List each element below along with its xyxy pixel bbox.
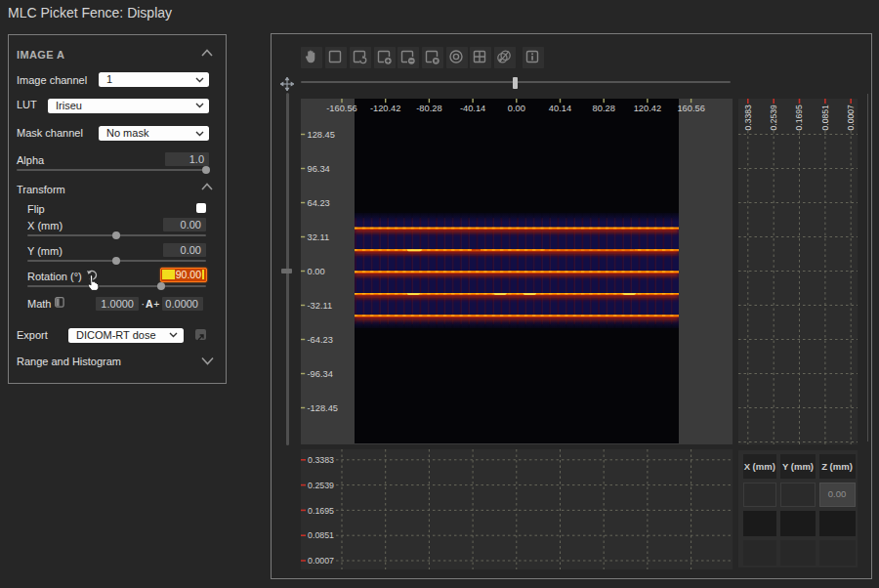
svg-text:-120.42: -120.42 [370,104,401,113]
svg-text:-128.45: -128.45 [308,403,339,413]
svg-text:32.11: 32.11 [308,232,330,242]
svg-text:-96.34: -96.34 [308,369,333,379]
svg-text:0.3383: 0.3383 [308,455,334,465]
svg-text:-40.14: -40.14 [460,104,485,113]
svg-text:40.14: 40.14 [549,104,571,113]
svg-text:128.45: 128.45 [308,130,335,140]
svg-text:120.42: 120.42 [634,104,661,113]
svg-text:80.28: 80.28 [593,104,615,113]
svg-text:96.34: 96.34 [308,164,330,174]
svg-text:0.2539: 0.2539 [769,105,778,131]
svg-text:0.0851: 0.0851 [308,530,334,540]
svg-text:0.3383: 0.3383 [743,105,753,131]
svg-text:64.23: 64.23 [308,198,330,208]
svg-text:-160.56: -160.56 [326,104,357,113]
svg-text:-32.11: -32.11 [308,301,333,311]
svg-text:0.2539: 0.2539 [308,481,334,490]
svg-text:0.00: 0.00 [308,267,325,276]
svg-text:0.1695: 0.1695 [308,506,334,516]
svg-text:160.56: 160.56 [677,104,704,113]
svg-text:0.00: 0.00 [508,104,525,113]
svg-text:-64.23: -64.23 [308,335,333,345]
svg-text:0.1695: 0.1695 [794,105,804,131]
svg-text:0.0007: 0.0007 [308,556,334,566]
svg-text:0.0851: 0.0851 [820,105,830,131]
svg-text:0.0007: 0.0007 [846,105,856,131]
svg-text:-80.28: -80.28 [416,104,441,113]
